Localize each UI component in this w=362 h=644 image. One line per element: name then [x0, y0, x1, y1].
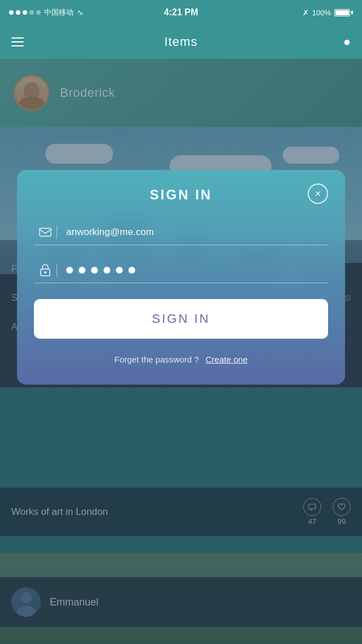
input-divider: [57, 263, 57, 277]
password-input-group: [34, 258, 328, 283]
signal-dot-2: [16, 10, 20, 15]
signal-dot-1: [9, 10, 14, 15]
status-bar: 中国移动 ∿ 4:21 PM ✗ 100%: [0, 0, 362, 25]
svg-point-2: [44, 271, 46, 274]
pwd-dot-4: [104, 267, 110, 274]
modal-title: SIGN IN: [150, 187, 212, 203]
status-left: 中国移动 ∿: [9, 7, 84, 18]
create-account-link[interactable]: Create one: [206, 355, 248, 364]
battery-icon: [334, 9, 353, 16]
pwd-dot-1: [66, 267, 73, 274]
modal-footer: Forget the password ? Create one: [34, 355, 328, 364]
signal-dot-5: [36, 10, 41, 15]
signal-dot-3: [23, 10, 27, 15]
nav-bar: Items ●: [0, 25, 362, 59]
wifi-icon: ∿: [77, 8, 84, 17]
status-time: 4:21 PM: [164, 7, 198, 18]
pwd-dot-2: [79, 267, 85, 274]
status-right: ✗ 100%: [303, 8, 353, 17]
battery-label: 100%: [312, 8, 331, 17]
pwd-dot-5: [116, 267, 123, 274]
modal-header: SIGN IN ×: [34, 187, 328, 203]
svg-rect-0: [40, 228, 51, 236]
search-button[interactable]: ●: [343, 35, 351, 49]
close-icon: ×: [315, 188, 321, 200]
pwd-dot-3: [91, 267, 98, 274]
password-dots: [66, 267, 135, 274]
signal-dots: [9, 10, 41, 15]
close-button[interactable]: ×: [308, 184, 328, 204]
signin-button[interactable]: SIGN IN: [34, 299, 328, 339]
email-field[interactable]: [66, 227, 328, 238]
lock-icon: [34, 264, 57, 276]
nav-title: Items: [165, 35, 198, 49]
email-input-group: [34, 220, 328, 245]
pwd-dot-6: [128, 267, 135, 274]
carrier-label: 中国移动: [44, 7, 74, 18]
bluetooth-icon: ✗: [303, 8, 309, 17]
signal-dot-4: [29, 10, 34, 15]
menu-button[interactable]: [11, 37, 24, 46]
signin-modal: SIGN IN ×: [17, 170, 345, 385]
forgot-password-text: Forget the password ?: [114, 355, 199, 364]
email-icon: [34, 228, 57, 237]
input-divider: [57, 225, 57, 239]
